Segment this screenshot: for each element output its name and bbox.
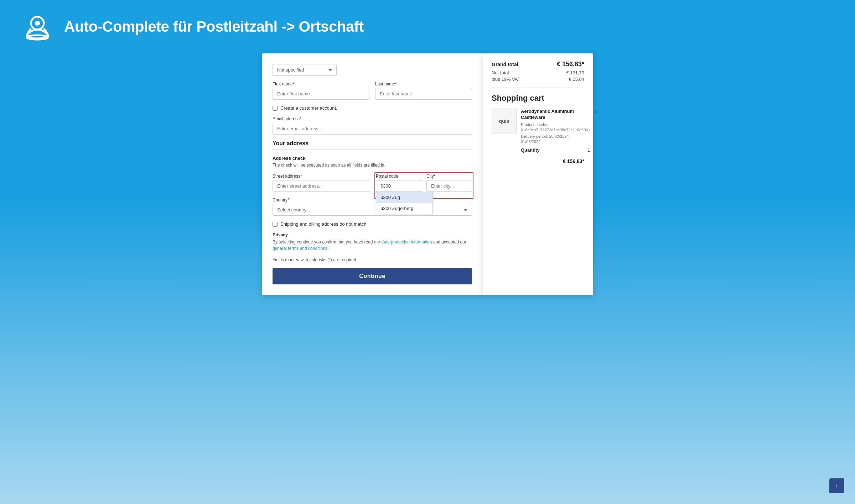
shipping-billing-checkbox[interactable]	[273, 222, 278, 227]
cart-item-delivery: Delivery period: 28/02/2024 - 01/03/2024	[521, 134, 590, 145]
street-input[interactable]	[273, 180, 370, 192]
privacy-text-middle: and accepted our	[433, 240, 466, 245]
sidebar-divider-1	[492, 88, 584, 88]
country-group: Country* Select country... Switzerland G…	[273, 198, 472, 216]
shipping-billing-label[interactable]: Shipping and billing address do not matc…	[280, 221, 368, 227]
quantity-value: 1	[587, 147, 590, 153]
grand-total-value: € 156,83*	[557, 61, 584, 68]
continue-button[interactable]: Continue	[273, 268, 472, 284]
country-label: Country*	[273, 198, 472, 203]
vat-label: plus 19% VAT	[492, 77, 520, 82]
email-input[interactable]	[273, 123, 472, 135]
create-account-checkbox[interactable]	[273, 106, 278, 111]
suggestion-item-zug[interactable]: 6300 Zug	[376, 192, 432, 203]
first-name-label: First name*	[273, 82, 369, 86]
address-fields-row: Street address* Postal code 6300 Zug 630…	[273, 174, 472, 192]
privacy-text: By selecting continue you confirm that y…	[273, 239, 472, 252]
address-check-title: Address check	[273, 156, 472, 161]
email-label: Email address*	[273, 116, 472, 121]
sidebar-panel: Grand total € 156,83* Net total € 131,79…	[483, 53, 593, 295]
last-name-input[interactable]	[375, 88, 472, 100]
required-note: Fields marked with asterisks (*) are req…	[273, 257, 472, 262]
address-check-box: Address check The check will be executed…	[273, 156, 472, 168]
cart-item-product-number: Product number: 018d9cb7173272e7bc08e72e…	[521, 122, 590, 133]
privacy-link-data-protection[interactable]: data protection information	[382, 240, 432, 245]
remove-item-button[interactable]: ×	[595, 109, 598, 153]
privacy-title: Privacy	[273, 232, 472, 237]
cart-item: quis Aerodynamic Aluminum Castleware Pro…	[492, 109, 584, 153]
main-content: Not specified Mr. Ms. Dr. First name* La…	[0, 53, 855, 316]
privacy-text-after: .	[328, 246, 330, 251]
product-number-label: Product number:	[521, 122, 550, 127]
quantity-label: Quantity	[521, 147, 540, 153]
cart-quantity-row: Quantity 1	[521, 147, 590, 153]
grand-total-row: Grand total € 156,83*	[492, 61, 584, 68]
create-account-label[interactable]: Create a customer account.	[280, 105, 337, 111]
street-label: Street address*	[273, 174, 370, 179]
first-name-input[interactable]	[273, 88, 369, 100]
city-group: City*	[422, 174, 472, 192]
net-total-value: € 131,79	[566, 70, 584, 75]
address-section-title: Your address	[273, 140, 472, 147]
shopping-cart-title: Shopping cart	[492, 94, 584, 103]
cart-item-details: Aerodynamic Aluminum Castleware Product …	[521, 109, 590, 153]
postal-city-wrapper: Postal code 6300 Zug 6300 Zugerberg City…	[376, 174, 472, 192]
address-check-desc: The check will be executed as soon as al…	[273, 163, 385, 168]
first-name-group: First name*	[273, 82, 369, 100]
svg-point-1	[35, 21, 40, 26]
postal-input[interactable]	[376, 180, 422, 192]
privacy-text-before: By selecting continue you confirm that y…	[273, 240, 382, 245]
name-row: First name* Last name*	[273, 82, 472, 100]
header: Auto-Complete für Postleitzahl -> Ortsch…	[0, 0, 855, 53]
page-title: Auto-Complete für Postleitzahl -> Ortsch…	[64, 18, 364, 35]
create-account-row: Create a customer account.	[273, 105, 472, 111]
shipping-billing-row: Shipping and billing address do not matc…	[273, 221, 472, 227]
city-label: City*	[426, 174, 472, 179]
grand-total-label: Grand total	[492, 62, 518, 67]
cart-item-image: quis	[492, 109, 517, 133]
salutation-group: Not specified Mr. Ms. Dr.	[273, 64, 337, 76]
location-pin-icon	[21, 11, 53, 43]
last-name-group: Last name*	[375, 82, 472, 100]
suggestion-item-zugerberg[interactable]: 6300 Zugerberg	[376, 203, 432, 214]
postal-label: Postal code	[376, 174, 422, 179]
last-name-label: Last name*	[375, 82, 472, 86]
salutation-select[interactable]: Not specified Mr. Ms. Dr.	[273, 64, 337, 76]
cart-item-name: Aerodynamic Aluminum Castleware	[521, 109, 590, 121]
email-group: Email address*	[273, 116, 472, 135]
net-total-row: Net total € 131,79	[492, 70, 584, 75]
privacy-link-terms[interactable]: general terms and conditions	[273, 246, 327, 251]
suggestion-dropdown: 6300 Zug 6300 Zugerberg	[376, 192, 433, 214]
section-divider	[273, 149, 472, 150]
city-input[interactable]	[426, 180, 472, 192]
cart-price: € 156,83*	[492, 158, 584, 164]
form-panel: Not specified Mr. Ms. Dr. First name* La…	[262, 53, 483, 295]
scroll-top-icon: ↑	[835, 482, 839, 490]
privacy-section: Privacy By selecting continue you confir…	[273, 232, 472, 252]
product-number-value: 018d9cb7173272e7bc08e72e110d5061	[521, 128, 590, 132]
vat-value: € 25,04	[569, 77, 584, 82]
scroll-top-button[interactable]: ↑	[829, 478, 844, 493]
vat-row: plus 19% VAT € 25,04	[492, 77, 584, 82]
street-group: Street address*	[273, 174, 370, 192]
net-total-label: Net total	[492, 70, 509, 75]
country-select[interactable]: Select country... Switzerland Germany Au…	[273, 204, 472, 216]
postal-group: Postal code 6300 Zug 6300 Zugerberg	[376, 174, 422, 192]
